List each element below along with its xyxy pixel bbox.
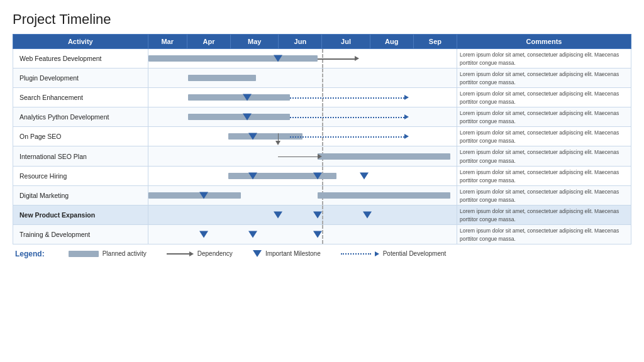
gantt-bar-cell <box>148 107 457 127</box>
dotted-arrow <box>404 95 409 100</box>
legend-planned-label: Planned activity <box>103 250 147 257</box>
gantt-bar-cell <box>148 88 457 107</box>
table-row: Search EnhancementLorem ipsum dolor sit … <box>13 88 631 107</box>
milestone-marker <box>360 172 369 179</box>
milestone-marker <box>243 114 252 121</box>
comments-cell: Lorem ipsum dolor sit amet, consectetuer… <box>457 166 631 185</box>
comment-text: Lorem ipsum dolor sit amet, consectetuer… <box>460 228 619 242</box>
milestone-marker <box>243 94 252 101</box>
table-row: Plugin DevelopmentLorem ipsum dolor sit … <box>13 69 631 88</box>
gantt-bar-cell <box>148 166 457 185</box>
comment-text: Lorem ipsum dolor sit amet, consectetuer… <box>460 169 619 184</box>
gantt-bar-cell <box>148 146 457 166</box>
legend: Legend: Planned activity Dependency Impo… <box>13 250 631 258</box>
milestone-marker <box>248 133 257 140</box>
legend-potential-label: Potential Development <box>383 250 447 257</box>
activity-bar <box>318 192 450 199</box>
dependency-arrow-head <box>355 56 359 61</box>
dashed-vertical <box>322 69 323 87</box>
gantt-bar-cell <box>148 49 457 69</box>
activity-bar <box>188 114 290 120</box>
table-row: Training & DevelopmentLorem ipsum dolor … <box>13 224 631 244</box>
dotted-bar <box>290 117 404 118</box>
gantt-bar-cell <box>148 69 457 88</box>
milestone-marker <box>313 211 322 218</box>
legend-milestone-item: Important Milestone <box>253 250 321 257</box>
activity-bar <box>188 75 256 81</box>
comments-cell: Lorem ipsum dolor sit amet, consectetuer… <box>457 88 631 107</box>
legend-dependency: Dependency <box>167 250 233 257</box>
legend-milestone-label: Important Milestone <box>265 250 321 257</box>
table-row: New Product ExpansionLorem ipsum dolor s… <box>13 205 631 224</box>
comments-cell: Lorem ipsum dolor sit amet, consectetuer… <box>457 69 631 88</box>
activity-cell: Web Features Development <box>13 49 148 69</box>
legend-planned-bar <box>69 251 99 257</box>
dependency-arrow-line <box>278 156 318 158</box>
table-row: Web Features DevelopmentLorem ipsum dolo… <box>13 49 631 69</box>
comment-text: Lorem ipsum dolor sit amet, consectetuer… <box>460 52 619 66</box>
activity-bar <box>188 94 290 101</box>
comments-cell: Lorem ipsum dolor sit amet, consectetuer… <box>457 146 631 166</box>
comment-text: Lorem ipsum dolor sit amet, consectetuer… <box>460 189 619 203</box>
activity-name: New Product Expansion <box>16 211 95 219</box>
gantt-chart: ActivityMarAprMayJunJulAugSepCommentsWeb… <box>13 34 631 244</box>
table-row: Resource HiringLorem ipsum dolor sit ame… <box>13 166 631 185</box>
comment-text: Lorem ipsum dolor sit amet, consectetuer… <box>460 110 619 124</box>
table-row: On Page SEOLorem ipsum dolor sit amet, c… <box>13 127 631 146</box>
table-row: Analytics Python DevelopmentLorem ipsum … <box>13 107 631 127</box>
comments-cell: Lorem ipsum dolor sit amet, consectetuer… <box>457 205 631 224</box>
header-month: Apr <box>187 35 230 49</box>
milestone-marker <box>274 211 282 218</box>
activity-name: Digital Marketing <box>16 192 69 199</box>
comments-cell: Lorem ipsum dolor sit amet, consectetuer… <box>457 127 631 146</box>
activity-name: Resource Hiring <box>16 172 67 180</box>
milestone-marker <box>199 231 208 238</box>
dotted-arrow <box>404 134 409 139</box>
dependency-arrow-line <box>318 58 355 60</box>
header-activity: Activity <box>13 35 148 49</box>
gantt-bar-cell <box>148 224 457 244</box>
dependency-arrow-head <box>318 154 322 159</box>
legend-arrow-head <box>189 251 194 256</box>
activity-bar <box>318 153 450 160</box>
comments-cell: Lorem ipsum dolor sit amet, consectetuer… <box>457 185 631 205</box>
gantt-bar-cell <box>148 205 457 224</box>
milestone-marker <box>248 172 257 179</box>
legend-title: Legend: <box>15 250 45 258</box>
comments-cell: Lorem ipsum dolor sit amet, consectetuer… <box>457 107 631 127</box>
comment-text: Lorem ipsum dolor sit amet, consectetuer… <box>460 208 619 222</box>
table-row: International SEO PlanLorem ipsum dolor … <box>13 146 631 166</box>
dotted-bar <box>290 97 404 99</box>
activity-name: Plugin Development <box>16 74 79 82</box>
gantt-table: ActivityMarAprMayJunJulAugSepCommentsWeb… <box>13 34 631 244</box>
legend-dependency-label: Dependency <box>197 250 233 257</box>
milestone-marker <box>363 211 372 218</box>
legend-arrow-line <box>167 253 189 255</box>
dotted-bar <box>290 136 404 138</box>
milestone-marker <box>199 192 208 199</box>
milestone-marker <box>248 231 257 238</box>
legend-potential: Potential Development <box>341 250 447 257</box>
header-comments: Comments <box>457 35 631 49</box>
activity-name: On Page SEO <box>16 133 62 140</box>
gantt-bar-cell <box>148 127 457 146</box>
activity-name: Training & Development <box>16 231 90 238</box>
header-month: Jun <box>279 35 322 49</box>
milestone-marker <box>313 231 322 238</box>
page-title: Project Timeline <box>13 11 631 28</box>
activity-bar <box>148 192 241 199</box>
header-month: Jul <box>322 35 370 49</box>
activity-cell: International SEO Plan <box>13 146 148 166</box>
activity-cell: Plugin Development <box>13 69 148 88</box>
comment-text: Lorem ipsum dolor sit amet, consectetuer… <box>460 71 619 85</box>
dependency-arrow-down <box>275 141 280 145</box>
legend-dotted-arrow <box>375 251 379 256</box>
activity-name: Analytics Python Development <box>16 113 109 121</box>
dotted-arrow <box>404 114 409 119</box>
activity-cell: Analytics Python Development <box>13 107 148 127</box>
activity-bar <box>148 55 318 62</box>
activity-cell: New Product Expansion <box>13 205 148 224</box>
legend-arrow <box>167 251 194 256</box>
legend-planned: Planned activity <box>69 250 147 257</box>
comment-text: Lorem ipsum dolor sit amet, consectetuer… <box>460 129 619 144</box>
